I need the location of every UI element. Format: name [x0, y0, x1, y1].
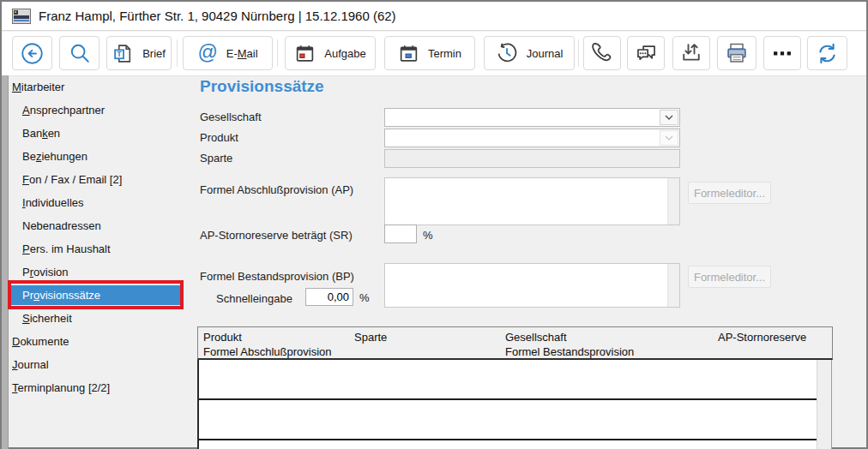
- sidebar-item-label: Fon / Fax / Email [2]: [22, 173, 122, 186]
- sidebar-item[interactable]: Dokumente: [9, 330, 196, 353]
- email-label: E-Mail: [226, 47, 258, 60]
- formeleditor-bp-button[interactable]: Formeleditor...: [688, 266, 771, 288]
- termin-button[interactable]: Termin: [384, 36, 475, 70]
- back-button[interactable]: [12, 36, 52, 70]
- sidebar-item[interactable]: Ansprechpartner: [9, 99, 196, 122]
- sidebar-item[interactable]: Sicherheit: [9, 307, 196, 330]
- gesellschaft-label: Gesellschaft: [200, 111, 262, 123]
- stornoreserve-input[interactable]: [384, 224, 417, 243]
- formel-ap-label: Formel Abschlußprovision (AP): [200, 183, 353, 196]
- svg-text:T: T: [117, 50, 122, 58]
- aufgabe-label: Aufgabe: [324, 47, 365, 60]
- produkt-combobox[interactable]: [384, 129, 680, 147]
- appointment-calendar-icon: [398, 43, 419, 64]
- more-button[interactable]: [763, 36, 801, 70]
- sidebar-item[interactable]: Mitarbeiter: [9, 75, 196, 99]
- sidebar-item-label: Beziehungen: [22, 150, 87, 163]
- sidebar-item[interactable]: Fon / Fax / Email [2]: [9, 168, 196, 191]
- toolbar-separator: [277, 39, 278, 67]
- sidebar-item-label: Terminplanung [2/2]: [12, 381, 110, 394]
- schnelleingabe-label: Schnelleingabe: [216, 292, 292, 305]
- page-title: Provisionssätze: [200, 77, 324, 96]
- chat-button[interactable]: [627, 36, 665, 70]
- formel-bp-label: Formel Bestandsprovision (BP): [200, 270, 354, 283]
- table-row[interactable]: [199, 360, 817, 400]
- formel-bp-textarea[interactable]: [384, 263, 680, 308]
- sidebar-item-label: Pers. im Haushalt: [22, 242, 111, 255]
- print-button[interactable]: [717, 36, 756, 70]
- chevron-down-icon[interactable]: [660, 110, 678, 125]
- task-calendar-icon: [294, 43, 316, 64]
- sidebar-item[interactable]: Pers. im Haushalt: [9, 237, 196, 260]
- journal-button[interactable]: Journal: [484, 36, 575, 70]
- chevron-down-icon: [660, 130, 678, 146]
- sparte-field: [384, 149, 680, 168]
- titlebar: Franz Hampl, Fürther Str. 1, 90429 Nürnb…: [2, 2, 866, 31]
- search-icon: [69, 42, 91, 64]
- toolbar-separator: [578, 39, 579, 67]
- refresh-button[interactable]: [807, 36, 847, 70]
- sidebar-item[interactable]: Journal: [9, 353, 196, 376]
- textarea-scrollbar[interactable]: [667, 178, 679, 224]
- col-formel-abschlussprovision[interactable]: Formel Abschlußprovision: [203, 345, 332, 358]
- sidebar-item-label: Provisionssätze: [22, 289, 100, 302]
- percent-sign: %: [359, 291, 370, 304]
- sidebar-item-label: Dokumente: [12, 335, 69, 348]
- import-export-button[interactable]: [672, 36, 710, 70]
- col-sparte[interactable]: Sparte: [354, 331, 387, 344]
- app-window: Franz Hampl, Fürther Str. 1, 90429 Nürnb…: [0, 0, 868, 449]
- sidebar-item-label: Individuelles: [22, 196, 84, 209]
- sidebar-item-label: Sicherheit: [22, 312, 72, 325]
- table-scrollbar[interactable]: [817, 360, 832, 449]
- toolbar: T Brief @ E-Mail Aufgabe Termin: [2, 32, 866, 76]
- sidebar-item[interactable]: Terminplanung [2/2]: [9, 376, 196, 399]
- sidebar-item[interactable]: Banken: [9, 122, 196, 145]
- sidebar-item[interactable]: Individuelles: [9, 191, 196, 214]
- printer-icon: [725, 41, 749, 65]
- ellipsis-icon: [770, 41, 794, 65]
- sparte-label: Sparte: [200, 152, 232, 165]
- col-produkt[interactable]: Produkt: [203, 331, 242, 344]
- table-row[interactable]: [199, 400, 817, 440]
- stornoreserve-label: AP-Stornoreserve beträgt (SR): [200, 229, 353, 242]
- col-gesellschaft[interactable]: Gesellschaft: [505, 331, 567, 344]
- gesellschaft-combobox[interactable]: [384, 108, 680, 127]
- journal-label: Journal: [527, 47, 564, 60]
- col-ap-stornoreserve[interactable]: AP-Stornoreserve: [718, 331, 806, 344]
- contact-title: Franz Hampl, Fürther Str. 1, 90429 Nürnb…: [39, 9, 396, 23]
- phone-button[interactable]: [583, 36, 621, 70]
- brief-button[interactable]: T Brief: [106, 36, 172, 70]
- formeleditor-ap-button[interactable]: Formeleditor...: [688, 182, 771, 204]
- produkt-label: Produkt: [200, 131, 238, 144]
- textarea-scrollbar[interactable]: [667, 264, 679, 307]
- splitter-strip[interactable]: [2, 75, 9, 449]
- sidebar-item-label: Provision: [22, 266, 68, 278]
- sidebar-item-label: Ansprechpartner: [22, 104, 105, 117]
- sidebar-item[interactable]: Provisionssätze: [9, 284, 196, 307]
- email-button[interactable]: @ E-Mail: [183, 36, 273, 70]
- sidebar-item[interactable]: Nebenadressen: [9, 214, 196, 237]
- aufgabe-button[interactable]: Aufgabe: [285, 36, 376, 70]
- brief-label: Brief: [142, 47, 166, 60]
- provisions-table-header: Produkt Sparte Gesellschaft AP-Stornores…: [197, 326, 833, 360]
- sidebar-item-label: Journal: [12, 358, 49, 371]
- sidebar-item-label: Mitarbeiter: [12, 81, 64, 93]
- termin-label: Termin: [428, 47, 461, 60]
- back-icon: [21, 42, 44, 65]
- provisions-table-body[interactable]: [197, 360, 817, 449]
- col-formel-bestandsprovision[interactable]: Formel Bestandsprovision: [505, 345, 634, 358]
- sidebar-nav: Mitarbeiter Ansprechpartner Banken Bezie…: [9, 75, 196, 449]
- schnelleingabe-input[interactable]: [305, 288, 353, 306]
- table-row[interactable]: [199, 440, 817, 449]
- history-clock-icon: [496, 42, 518, 64]
- phone-icon: [590, 41, 614, 65]
- formel-ap-textarea[interactable]: [384, 177, 680, 225]
- letter-document-icon: T: [112, 43, 134, 64]
- search-button[interactable]: [59, 36, 99, 70]
- sidebar-item[interactable]: Beziehungen: [9, 145, 196, 168]
- sidebar-item[interactable]: Provision: [9, 260, 196, 284]
- percent-sign: %: [423, 229, 433, 242]
- sidebar-item-label: Banken: [22, 127, 60, 140]
- refresh-icon: [816, 42, 839, 65]
- chat-bubbles-icon: [635, 42, 658, 65]
